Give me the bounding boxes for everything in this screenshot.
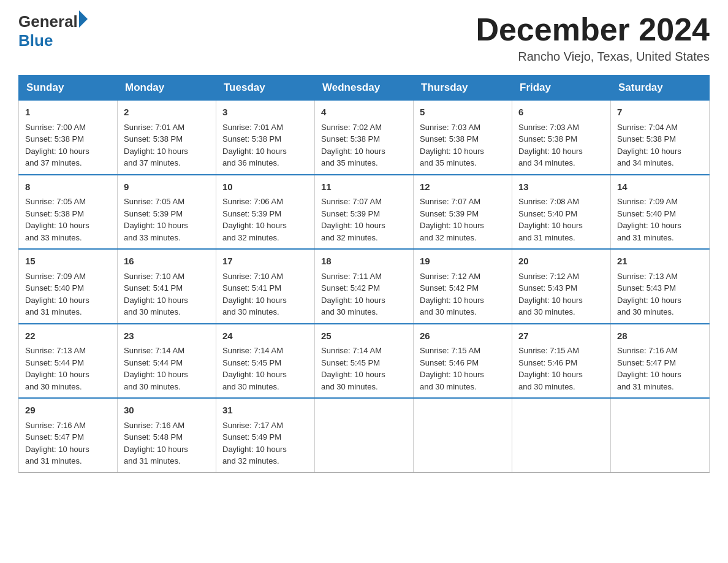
day-number: 29 bbox=[25, 404, 111, 418]
calendar-cell bbox=[315, 398, 414, 472]
day-info: Sunrise: 7:06 AMSunset: 5:39 PMDaylight:… bbox=[222, 196, 308, 243]
day-info: Sunrise: 7:13 AMSunset: 5:44 PMDaylight:… bbox=[25, 345, 111, 393]
calendar-cell: 24Sunrise: 7:14 AMSunset: 5:45 PMDayligh… bbox=[216, 324, 315, 399]
weekday-header-thursday: Thursday bbox=[414, 75, 512, 101]
weekday-header-monday: Monday bbox=[118, 75, 216, 101]
calendar-cell: 15Sunrise: 7:09 AMSunset: 5:40 PMDayligh… bbox=[19, 249, 118, 324]
calendar-cell: 13Sunrise: 7:08 AMSunset: 5:40 PMDayligh… bbox=[512, 175, 611, 250]
day-number: 22 bbox=[25, 329, 111, 343]
day-number: 7 bbox=[617, 105, 703, 120]
day-info: Sunrise: 7:15 AMSunset: 5:46 PMDaylight:… bbox=[420, 345, 506, 393]
day-number: 20 bbox=[518, 255, 604, 269]
calendar-table: SundayMondayTuesdayWednesdayThursdayFrid… bbox=[18, 75, 710, 473]
calendar-cell: 11Sunrise: 7:07 AMSunset: 5:39 PMDayligh… bbox=[315, 175, 414, 250]
calendar-week-row: 8Sunrise: 7:05 AMSunset: 5:38 PMDaylight… bbox=[19, 175, 710, 250]
day-info: Sunrise: 7:08 AMSunset: 5:40 PMDaylight:… bbox=[518, 196, 604, 243]
weekday-header-wednesday: Wednesday bbox=[315, 75, 414, 101]
day-number: 23 bbox=[124, 329, 210, 343]
day-info: Sunrise: 7:07 AMSunset: 5:39 PMDaylight:… bbox=[321, 196, 407, 243]
day-number: 5 bbox=[420, 105, 506, 120]
day-number: 18 bbox=[321, 255, 407, 269]
day-number: 13 bbox=[518, 180, 604, 194]
day-number: 14 bbox=[617, 180, 703, 194]
calendar-cell: 19Sunrise: 7:12 AMSunset: 5:42 PMDayligh… bbox=[414, 249, 512, 324]
calendar-cell: 12Sunrise: 7:07 AMSunset: 5:39 PMDayligh… bbox=[414, 175, 512, 250]
day-info: Sunrise: 7:04 AMSunset: 5:38 PMDaylight:… bbox=[617, 121, 703, 169]
day-info: Sunrise: 7:01 AMSunset: 5:38 PMDaylight:… bbox=[124, 121, 210, 169]
calendar-cell: 23Sunrise: 7:14 AMSunset: 5:44 PMDayligh… bbox=[118, 324, 216, 399]
day-number: 10 bbox=[222, 180, 308, 194]
calendar-cell: 14Sunrise: 7:09 AMSunset: 5:40 PMDayligh… bbox=[611, 175, 710, 250]
day-info: Sunrise: 7:14 AMSunset: 5:45 PMDaylight:… bbox=[222, 345, 308, 393]
day-number: 31 bbox=[222, 404, 308, 418]
day-info: Sunrise: 7:16 AMSunset: 5:47 PMDaylight:… bbox=[617, 345, 703, 393]
day-number: 27 bbox=[518, 329, 604, 343]
day-info: Sunrise: 7:03 AMSunset: 5:38 PMDaylight:… bbox=[518, 121, 604, 169]
day-number: 16 bbox=[124, 255, 210, 269]
day-info: Sunrise: 7:14 AMSunset: 5:45 PMDaylight:… bbox=[321, 345, 407, 393]
day-number: 28 bbox=[617, 329, 703, 343]
day-number: 6 bbox=[518, 105, 604, 120]
day-info: Sunrise: 7:07 AMSunset: 5:39 PMDaylight:… bbox=[420, 196, 506, 243]
calendar-cell: 10Sunrise: 7:06 AMSunset: 5:39 PMDayligh… bbox=[216, 175, 315, 250]
calendar-cell: 20Sunrise: 7:12 AMSunset: 5:43 PMDayligh… bbox=[512, 249, 611, 324]
calendar-cell: 30Sunrise: 7:16 AMSunset: 5:48 PMDayligh… bbox=[118, 398, 216, 472]
calendar-cell: 26Sunrise: 7:15 AMSunset: 5:46 PMDayligh… bbox=[414, 324, 512, 399]
calendar-cell: 25Sunrise: 7:14 AMSunset: 5:45 PMDayligh… bbox=[315, 324, 414, 399]
calendar-cell: 8Sunrise: 7:05 AMSunset: 5:38 PMDaylight… bbox=[19, 175, 118, 250]
day-info: Sunrise: 7:16 AMSunset: 5:48 PMDaylight:… bbox=[124, 419, 210, 467]
calendar-cell: 18Sunrise: 7:11 AMSunset: 5:42 PMDayligh… bbox=[315, 249, 414, 324]
day-number: 2 bbox=[124, 105, 210, 120]
calendar-cell: 21Sunrise: 7:13 AMSunset: 5:43 PMDayligh… bbox=[611, 249, 710, 324]
day-info: Sunrise: 7:10 AMSunset: 5:41 PMDaylight:… bbox=[124, 270, 210, 318]
day-info: Sunrise: 7:00 AMSunset: 5:38 PMDaylight:… bbox=[25, 121, 111, 169]
calendar-cell: 28Sunrise: 7:16 AMSunset: 5:47 PMDayligh… bbox=[611, 324, 710, 399]
calendar-cell: 31Sunrise: 7:17 AMSunset: 5:49 PMDayligh… bbox=[216, 398, 315, 472]
header: General Blue December 2024 Rancho Viejo,… bbox=[18, 12, 710, 64]
day-info: Sunrise: 7:05 AMSunset: 5:39 PMDaylight:… bbox=[124, 196, 210, 243]
logo-text-general: General bbox=[18, 12, 78, 31]
calendar-cell: 7Sunrise: 7:04 AMSunset: 5:38 PMDaylight… bbox=[611, 101, 710, 175]
calendar-cell: 2Sunrise: 7:01 AMSunset: 5:38 PMDaylight… bbox=[118, 101, 216, 175]
day-number: 8 bbox=[25, 180, 111, 194]
day-info: Sunrise: 7:12 AMSunset: 5:42 PMDaylight:… bbox=[420, 270, 506, 318]
day-info: Sunrise: 7:11 AMSunset: 5:42 PMDaylight:… bbox=[321, 270, 407, 318]
calendar-cell: 16Sunrise: 7:10 AMSunset: 5:41 PMDayligh… bbox=[118, 249, 216, 324]
calendar-cell: 4Sunrise: 7:02 AMSunset: 5:38 PMDaylight… bbox=[315, 101, 414, 175]
day-info: Sunrise: 7:10 AMSunset: 5:41 PMDaylight:… bbox=[222, 270, 308, 318]
day-number: 4 bbox=[321, 105, 407, 120]
day-info: Sunrise: 7:09 AMSunset: 5:40 PMDaylight:… bbox=[25, 270, 111, 318]
weekday-header-sunday: Sunday bbox=[19, 75, 118, 101]
day-number: 1 bbox=[25, 105, 111, 120]
calendar-week-row: 29Sunrise: 7:16 AMSunset: 5:47 PMDayligh… bbox=[19, 398, 710, 472]
day-number: 25 bbox=[321, 329, 407, 343]
day-number: 19 bbox=[420, 255, 506, 269]
weekday-header-row: SundayMondayTuesdayWednesdayThursdayFrid… bbox=[19, 75, 710, 101]
calendar-cell: 1Sunrise: 7:00 AMSunset: 5:38 PMDaylight… bbox=[19, 101, 118, 175]
calendar-week-row: 15Sunrise: 7:09 AMSunset: 5:40 PMDayligh… bbox=[19, 249, 710, 324]
logo: General Blue bbox=[18, 12, 88, 50]
day-info: Sunrise: 7:15 AMSunset: 5:46 PMDaylight:… bbox=[518, 345, 604, 393]
logo-triangle-icon bbox=[79, 10, 88, 28]
day-number: 11 bbox=[321, 180, 407, 194]
day-number: 26 bbox=[420, 329, 506, 343]
calendar-cell: 29Sunrise: 7:16 AMSunset: 5:47 PMDayligh… bbox=[19, 398, 118, 472]
day-number: 12 bbox=[420, 180, 506, 194]
calendar-week-row: 22Sunrise: 7:13 AMSunset: 5:44 PMDayligh… bbox=[19, 324, 710, 399]
day-number: 24 bbox=[222, 329, 308, 343]
day-number: 9 bbox=[124, 180, 210, 194]
day-info: Sunrise: 7:12 AMSunset: 5:43 PMDaylight:… bbox=[518, 270, 604, 318]
day-number: 21 bbox=[617, 255, 703, 269]
calendar-cell: 22Sunrise: 7:13 AMSunset: 5:44 PMDayligh… bbox=[19, 324, 118, 399]
location-title: Rancho Viejo, Texas, United States bbox=[476, 50, 710, 64]
day-info: Sunrise: 7:09 AMSunset: 5:40 PMDaylight:… bbox=[617, 196, 703, 243]
day-info: Sunrise: 7:02 AMSunset: 5:38 PMDaylight:… bbox=[321, 121, 407, 169]
day-info: Sunrise: 7:17 AMSunset: 5:49 PMDaylight:… bbox=[222, 419, 308, 467]
month-title: December 2024 bbox=[476, 12, 710, 47]
calendar-week-row: 1Sunrise: 7:00 AMSunset: 5:38 PMDaylight… bbox=[19, 101, 710, 175]
day-info: Sunrise: 7:14 AMSunset: 5:44 PMDaylight:… bbox=[124, 345, 210, 393]
title-area: December 2024 Rancho Viejo, Texas, Unite… bbox=[476, 12, 710, 64]
calendar-cell: 9Sunrise: 7:05 AMSunset: 5:39 PMDaylight… bbox=[118, 175, 216, 250]
day-number: 15 bbox=[25, 255, 111, 269]
day-info: Sunrise: 7:05 AMSunset: 5:38 PMDaylight:… bbox=[25, 196, 111, 243]
